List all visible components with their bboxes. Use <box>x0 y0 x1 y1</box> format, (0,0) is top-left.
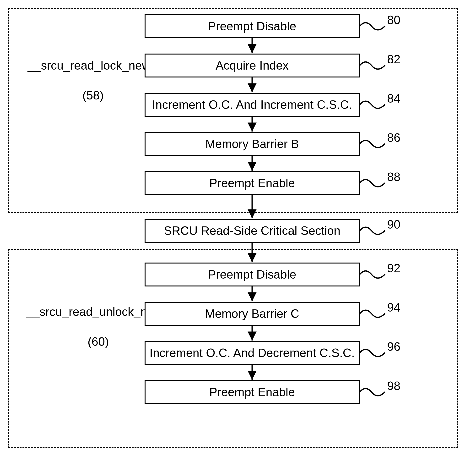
node-preempt-enable-2: Preempt Enable <box>144 380 360 404</box>
group-lock-title: __srcu_read_lock_new() <box>28 59 159 72</box>
node-memory-barrier-c: Memory Barrier C <box>144 302 360 326</box>
ref-84: 84 <box>387 92 400 105</box>
node-srcu-critical-section: SRCU Read-Side Critical Section <box>144 219 360 243</box>
node-acquire-index: Acquire Index <box>144 53 360 78</box>
node-memory-barrier-b: Memory Barrier B <box>144 132 360 156</box>
ref-92: 92 <box>387 261 400 275</box>
group-lock-label: __srcu_read_lock_new() (58) <box>14 43 158 118</box>
ref-96: 96 <box>387 340 400 354</box>
ref-82: 82 <box>387 52 400 66</box>
ref-94: 94 <box>387 301 400 315</box>
node-increment-oc-csc: Increment O.C. And Increment C.S.C. <box>144 93 360 117</box>
ref-90: 90 <box>387 218 400 231</box>
ref-88: 88 <box>387 170 400 184</box>
group-unlock-subtitle: (60) <box>88 335 109 348</box>
node-preempt-disable-1: Preempt Disable <box>144 14 360 38</box>
ref-80: 80 <box>387 13 400 27</box>
node-preempt-enable-1: Preempt Enable <box>144 171 360 195</box>
node-increment-oc-decrement-csc: Increment O.C. And Decrement C.S.C. <box>144 341 360 365</box>
node-preempt-disable-2: Preempt Disable <box>144 263 360 287</box>
ref-86: 86 <box>387 131 400 145</box>
ref-98: 98 <box>387 379 400 393</box>
flowchart: __srcu_read_lock_new() (58) __srcu_read_… <box>0 0 476 456</box>
group-lock-subtitle: (58) <box>82 89 104 102</box>
